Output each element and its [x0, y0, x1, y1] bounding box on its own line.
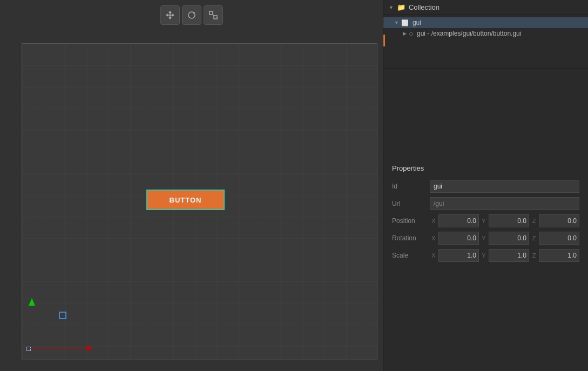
viewport[interactable]: BUTTON [22, 43, 377, 360]
rot-y-label: Y [480, 235, 488, 241]
tree-chevron-file-icon [403, 31, 407, 36]
rot-z-input[interactable] [539, 232, 579, 245]
prop-row-position: Position X Y Z [383, 212, 588, 230]
position-xyz-group: X Y Z [430, 214, 579, 227]
properties-section: Properties Id Url Position X Y Z Rotat [383, 156, 588, 371]
scale-tool-button[interactable] [204, 5, 223, 25]
rot-x-input[interactable] [438, 232, 479, 245]
gui-button-label: BUTTON [170, 196, 202, 204]
properties-title: Properties [383, 161, 588, 178]
prop-row-rotation: Rotation X Y Z [383, 230, 588, 247]
svg-rect-1 [209, 11, 213, 15]
collection-header: 📁 Collection [383, 0, 588, 15]
y-axis-arrow [29, 298, 35, 306]
blue-selection-box [59, 312, 66, 319]
pos-z-input[interactable] [539, 214, 579, 227]
rotate-tool-button[interactable] [182, 5, 201, 25]
tree-chevron-gui-icon [394, 20, 399, 25]
rot-y-input[interactable] [489, 232, 529, 245]
tree-file-icon: ◇ [409, 30, 413, 37]
collection-chevron-icon[interactable] [389, 5, 394, 10]
selected-bar [383, 35, 385, 46]
rotation-xyz-group: X Y Z [430, 232, 579, 245]
x-axis-line [29, 348, 88, 349]
pos-z-label: Z [530, 218, 538, 224]
rot-x-label: X [430, 235, 437, 241]
scale-y-label: Y [480, 252, 488, 259]
scale-x-input[interactable] [438, 249, 479, 262]
prop-input-url[interactable] [430, 197, 579, 210]
right-panel: 📁 Collection ⬜ gui ◇ gui - /examples/gui… [383, 0, 588, 371]
move-tool-button[interactable] [160, 5, 180, 25]
pos-x-label: X [430, 218, 437, 224]
tree-section: ⬜ gui ◇ gui - /examples/gui/button/butto… [383, 15, 588, 69]
pos-x-input[interactable] [438, 214, 479, 227]
scale-x-label: X [430, 252, 437, 259]
prop-input-id[interactable] [430, 180, 579, 193]
tree-gui-label: gui [413, 19, 421, 26]
panel-spacer [383, 69, 588, 156]
prop-row-id: Id [383, 178, 588, 195]
tree-item-gui-file[interactable]: ◇ gui - /examples/gui/button/button.gui [383, 28, 588, 39]
scale-xyz-group: X Y Z [430, 249, 579, 262]
prop-label-position: Position [392, 217, 430, 225]
rot-z-label: Z [530, 235, 538, 241]
pos-y-label: Y [480, 218, 488, 224]
x-axis-arrow [87, 346, 92, 351]
scale-y-input[interactable] [489, 249, 529, 262]
prop-row-scale: Scale X Y Z [383, 247, 588, 264]
gui-button[interactable]: BUTTON [146, 190, 225, 210]
scale-z-input[interactable] [539, 249, 579, 262]
pos-y-input[interactable] [489, 214, 529, 227]
tree-gui-node-icon: ⬜ [401, 19, 409, 26]
tree-item-gui[interactable]: ⬜ gui [383, 17, 588, 28]
origin-marker [26, 347, 31, 351]
prop-label-scale: Scale [392, 252, 430, 259]
prop-row-url: Url [383, 195, 588, 212]
toolbar [160, 5, 223, 25]
prop-label-url: Url [392, 200, 430, 207]
prop-label-id: Id [392, 183, 430, 190]
tree-gui-file-label: gui - /examples/gui/button/button.gui [417, 30, 521, 37]
scale-z-label: Z [530, 252, 538, 259]
prop-label-rotation: Rotation [392, 234, 430, 242]
collection-folder-icon: 📁 [397, 3, 405, 11]
collection-title: Collection [409, 3, 440, 11]
svg-rect-2 [214, 16, 217, 19]
canvas-area: BUTTON [0, 0, 383, 371]
